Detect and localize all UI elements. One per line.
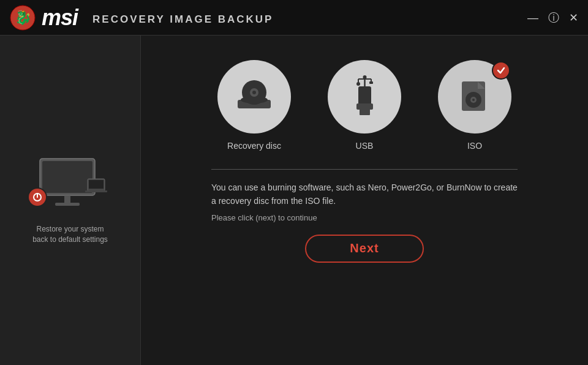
restore-badge <box>28 187 47 207</box>
next-button[interactable]: Next <box>305 235 424 263</box>
iso-label: ISO <box>467 141 482 151</box>
description-text: You can use a burning software, such as … <box>211 169 518 208</box>
recovery-disc-icon <box>233 75 276 118</box>
svg-point-25 <box>363 75 366 79</box>
usb-circle <box>328 60 401 134</box>
info-button[interactable]: ⓘ <box>548 12 559 23</box>
main-layout: Restore your systemback to default setti… <box>0 36 588 365</box>
restore-icon <box>32 192 43 203</box>
msi-dragon-logo: 🐉 <box>10 5 36 31</box>
hint-text: Please click (next) to continue <box>211 213 518 222</box>
usb-label: USB <box>356 141 374 151</box>
svg-rect-8 <box>85 190 107 192</box>
option-usb[interactable]: USB <box>328 60 401 151</box>
close-button[interactable]: ✕ <box>569 12 578 23</box>
option-iso[interactable]: ISO <box>438 60 511 151</box>
sidebar: Restore your systemback to default setti… <box>0 36 141 365</box>
svg-rect-4 <box>64 195 70 203</box>
svg-rect-3 <box>42 161 92 193</box>
logo-area: 🐉 msi RECOVERY IMAGE BACKUP <box>10 5 273 31</box>
svg-rect-7 <box>89 180 104 189</box>
titlebar: 🐉 msi RECOVERY IMAGE BACKUP — ⓘ ✕ <box>0 0 588 36</box>
checkmark-icon <box>496 66 506 75</box>
svg-point-15 <box>252 91 256 94</box>
selected-badge <box>492 61 510 80</box>
svg-rect-5 <box>55 203 80 206</box>
iso-file-icon <box>453 75 496 118</box>
iso-circle <box>438 60 511 134</box>
svg-rect-18 <box>360 108 370 115</box>
svg-rect-24 <box>369 81 373 84</box>
option-recovery-disc[interactable]: Recovery disc <box>217 60 291 151</box>
minimize-button[interactable]: — <box>527 12 538 23</box>
sidebar-label: Restore your systemback to default setti… <box>32 224 108 245</box>
window-controls: — ⓘ ✕ <box>527 12 578 23</box>
sidebar-monitor-area <box>34 156 107 213</box>
backup-options-row: Recovery disc <box>217 60 511 151</box>
recovery-disc-label: Recovery disc <box>227 141 281 151</box>
msi-wordmark: msi <box>42 5 78 31</box>
app-title: RECOVERY IMAGE BACKUP <box>92 13 273 26</box>
svg-text:🐉: 🐉 <box>15 9 32 26</box>
usb-icon <box>345 74 385 120</box>
content-area: Recovery disc <box>141 36 588 365</box>
svg-point-23 <box>356 82 360 86</box>
svg-point-31 <box>472 99 475 101</box>
recovery-disc-circle <box>217 60 291 134</box>
